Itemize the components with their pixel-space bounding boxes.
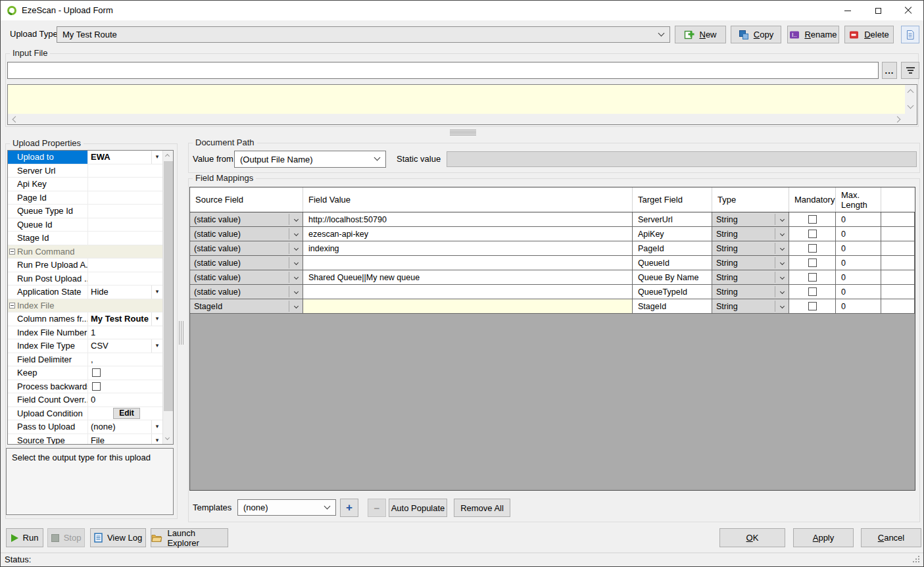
- field-value-cell[interactable]: indexing: [303, 241, 633, 255]
- input-file-list[interactable]: [7, 84, 917, 125]
- property-value[interactable]: CSV▾: [88, 339, 162, 353]
- property-name[interactable]: Server Url: [8, 164, 88, 178]
- property-value[interactable]: [88, 380, 162, 393]
- scroll-right-icon[interactable]: [894, 116, 901, 123]
- property-value[interactable]: [88, 218, 162, 232]
- remove-all-button[interactable]: Remove All: [454, 499, 510, 517]
- property-name[interactable]: Field Delimiter: [8, 353, 88, 366]
- form-view-button[interactable]: [901, 26, 919, 43]
- property-row[interactable]: Keep: [8, 366, 162, 380]
- property-name[interactable]: Source Type: [8, 434, 88, 445]
- max-length-cell[interactable]: 0: [836, 241, 881, 255]
- property-grid-scrollbar[interactable]: [162, 151, 173, 444]
- property-name[interactable]: Pass to Upload: [8, 420, 88, 433]
- property-row[interactable]: Upload ConditionEdit: [8, 407, 162, 421]
- mandatory-checkbox[interactable]: [808, 302, 817, 310]
- max-length-cell[interactable]: 0: [836, 285, 881, 299]
- property-value[interactable]: [88, 259, 162, 272]
- edit-button[interactable]: Edit: [113, 408, 140, 419]
- column-header-type[interactable]: Type: [712, 187, 789, 212]
- field-value-cell[interactable]: http://localhost:50790: [303, 212, 633, 226]
- property-row[interactable]: Stage Id: [8, 232, 162, 245]
- checkbox[interactable]: [92, 368, 101, 377]
- file-list-area[interactable]: [8, 85, 905, 114]
- source-field-select[interactable]: (static value): [190, 212, 303, 226]
- property-value[interactable]: [88, 232, 162, 245]
- column-header-value[interactable]: Field Value: [303, 187, 633, 212]
- templates-select[interactable]: (none): [237, 499, 336, 516]
- property-name[interactable]: Process backwards: [8, 380, 88, 393]
- mandatory-checkbox[interactable]: [808, 273, 817, 282]
- property-value[interactable]: 1: [88, 326, 162, 339]
- column-header-max-length[interactable]: Max. Length: [836, 187, 881, 212]
- add-template-button[interactable]: +: [340, 499, 358, 517]
- property-value[interactable]: 0: [88, 393, 162, 407]
- file-list-hscrollbar[interactable]: [8, 114, 917, 124]
- target-field-cell[interactable]: StageId: [633, 299, 712, 313]
- property-value[interactable]: [88, 164, 162, 178]
- property-row[interactable]: Queue Type Id: [8, 205, 162, 218]
- mandatory-checkbox[interactable]: [808, 230, 817, 238]
- property-row[interactable]: Process backwards: [8, 380, 162, 394]
- mandatory-checkbox[interactable]: [808, 244, 817, 253]
- property-name[interactable]: Run Pre Upload A...: [8, 259, 88, 272]
- value-from-select[interactable]: (Output File Name): [234, 151, 386, 168]
- property-value[interactable]: ,: [88, 353, 162, 366]
- max-length-cell[interactable]: 0: [836, 256, 881, 270]
- source-field-select[interactable]: StageId: [190, 299, 303, 313]
- minimize-button[interactable]: [833, 1, 863, 20]
- property-name[interactable]: Keep: [8, 366, 88, 380]
- source-field-select[interactable]: (static value): [190, 241, 303, 255]
- property-row[interactable]: Application StateHide▾: [8, 285, 162, 299]
- max-length-cell[interactable]: 0: [836, 227, 881, 241]
- column-header-mandatory[interactable]: Mandatory: [789, 187, 836, 212]
- scroll-up-icon[interactable]: [908, 89, 914, 96]
- property-name[interactable]: Upload to: [8, 151, 88, 164]
- dropdown-arrow-icon[interactable]: ▾: [151, 151, 162, 164]
- property-name[interactable]: Run Post Upload ...: [8, 272, 88, 285]
- auto-populate-button[interactable]: Auto Populate: [389, 499, 447, 517]
- dropdown-arrow-icon[interactable]: ▾: [151, 420, 162, 433]
- type-select[interactable]: String: [712, 241, 789, 255]
- property-name[interactable]: Queue Id: [8, 218, 88, 232]
- column-header-source[interactable]: Source Field: [190, 187, 303, 212]
- maximize-button[interactable]: [863, 1, 893, 20]
- field-value-cell[interactable]: ezescan-api-key: [303, 227, 633, 241]
- scroll-down-icon[interactable]: [908, 103, 914, 109]
- property-name[interactable]: Stage Id: [8, 232, 88, 245]
- close-button[interactable]: [893, 1, 923, 20]
- filter-button[interactable]: [901, 62, 919, 79]
- scrollbar-thumb[interactable]: [164, 161, 173, 411]
- property-row[interactable]: Page Id: [8, 191, 162, 205]
- field-value-cell[interactable]: [303, 299, 633, 313]
- property-row[interactable]: Index File Number1: [8, 326, 162, 340]
- type-select[interactable]: String: [712, 212, 789, 226]
- property-row[interactable]: Server Url: [8, 164, 162, 178]
- property-name[interactable]: Column names fr...: [8, 312, 88, 326]
- view-log-button[interactable]: View Log: [90, 528, 146, 547]
- new-button[interactable]: New: [675, 26, 726, 43]
- property-name[interactable]: Page Id: [8, 191, 88, 205]
- property-row[interactable]: Pass to Upload(none)▾: [8, 420, 162, 434]
- property-row[interactable]: Column names fr...My Test Route▾: [8, 312, 162, 326]
- max-length-cell[interactable]: 0: [836, 270, 881, 284]
- mandatory-checkbox[interactable]: [808, 215, 817, 224]
- type-select[interactable]: String: [712, 270, 789, 284]
- type-select[interactable]: String: [712, 285, 789, 299]
- property-name[interactable]: Index File Number: [8, 326, 88, 339]
- run-button[interactable]: Run: [6, 528, 43, 547]
- target-field-cell[interactable]: ServerUrl: [633, 212, 712, 226]
- property-row[interactable]: Field Delimiter,: [8, 353, 162, 367]
- property-value[interactable]: [88, 272, 162, 285]
- property-value[interactable]: My Test Route▾: [88, 312, 162, 326]
- remove-template-button[interactable]: −: [368, 499, 386, 517]
- source-field-select[interactable]: (static value): [190, 227, 303, 241]
- vertical-splitter[interactable]: [179, 321, 184, 345]
- property-name[interactable]: Index File Type: [8, 339, 88, 353]
- property-row[interactable]: Run Pre Upload A...: [8, 259, 162, 272]
- property-value[interactable]: [88, 191, 162, 205]
- type-select[interactable]: String: [712, 256, 789, 270]
- dropdown-arrow-icon[interactable]: ▾: [151, 312, 162, 326]
- rename-button[interactable]: I.. Rename: [787, 26, 839, 43]
- property-category-row[interactable]: Run Command: [8, 245, 162, 259]
